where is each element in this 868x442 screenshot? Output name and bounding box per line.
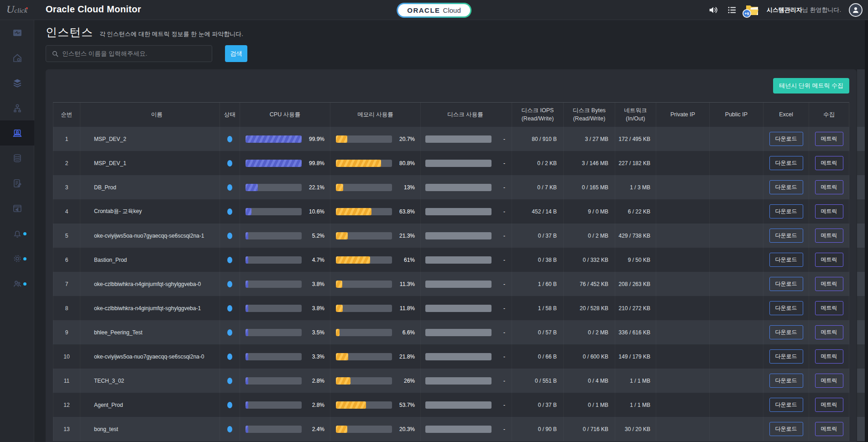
cell-disk-iops: 0 / 2 KB [512,151,564,175]
sidebar-item-database[interactable] [0,146,34,171]
cell-collect: 메트릭 [809,272,849,296]
disk-value: - [496,281,505,287]
cell-cpu: 10.6% [240,199,330,224]
cell-private-ip [656,320,710,344]
cpu-bar-fill [246,256,248,264]
mem-bar-track [336,184,392,191]
metric-button[interactable]: 메트릭 [815,253,843,267]
search-input[interactable] [46,46,212,62]
mem-bar-track [336,256,392,264]
avatar[interactable] [849,3,863,17]
page-subtitle: 각 인스턴스에 대한 메트릭 정보를 한 눈에 파악합니다. [99,30,243,38]
download-button[interactable]: 다운로드 [769,253,803,267]
status-dot [227,305,232,312]
cell-mem: 13% [330,175,421,199]
cpu-bar-track [246,135,302,143]
download-button[interactable]: 다운로드 [769,132,803,146]
metric-button[interactable]: 메트릭 [815,132,843,146]
cpu-bar-track [246,353,302,360]
download-button[interactable]: 다운로드 [769,349,803,364]
sidebar-item-users[interactable] [0,271,34,296]
tenancy-collect-button[interactable]: 테넌시 단위 메트릭 수집 [773,78,849,94]
metric-button[interactable]: 메트릭 [815,374,843,388]
table-scrollbar[interactable] [857,69,865,442]
sidebar-item-report[interactable] [0,171,34,196]
cell-network: 172 / 495 KB [615,127,656,151]
welcome-suffix: 님 환영합니다. [802,6,841,13]
cell-excel: 다운로드 [763,296,809,320]
cpu-bar-track [246,184,302,191]
cell-public-ip [710,344,763,369]
cell-mem: 61% [330,248,421,272]
download-button[interactable]: 다운로드 [769,398,803,412]
cell-disk-iops: 0 / 90 B [512,417,564,441]
cell-private-ip [656,151,710,175]
cell-name: bong_test [80,417,220,441]
cell-network: 1 / 3 MB [615,175,656,199]
cell-no: 4 [53,199,80,224]
download-button[interactable]: 다운로드 [769,325,803,339]
metric-button[interactable]: 메트릭 [815,156,843,170]
sidebar-item-activity[interactable] [0,20,34,45]
disk-bar-track [425,160,492,167]
mem-percent: 26% [396,378,415,384]
mem-bar-fill [336,208,371,215]
col-disk-bytes: 디스크 Bytes(Read/Write) [564,103,615,127]
sidebar-item-notifications[interactable] [0,221,34,246]
metric-button[interactable]: 메트릭 [815,301,843,315]
cell-status [220,393,240,417]
download-button[interactable]: 다운로드 [769,229,803,243]
search-button[interactable]: 검색 [225,45,247,62]
metric-button[interactable]: 메트릭 [815,180,843,194]
metric-button[interactable]: 메트릭 [815,277,843,291]
folder-icon[interactable]: +9 [745,4,759,16]
mem-bar-fill [336,135,347,143]
cell-collect: 메트릭 [809,320,849,344]
col-excel: Excel [763,103,809,127]
mem-bar-fill [336,160,381,167]
table-row: 13 bong_test 2.4% 20.3% - 0 / 90 B 0 / 7… [53,417,849,441]
sidebar-item-home[interactable] [0,45,34,70]
mem-bar-track [336,377,392,385]
instances-table: 순번 이름 상태 CPU 사용률 메모리 사용률 디스크 사용률 디스크 IOP… [53,102,849,441]
metric-button[interactable]: 메트릭 [815,204,843,218]
sidebar-item-settings[interactable] [0,246,34,271]
cell-network: 6 / 22 KB [615,199,656,224]
mem-bar-fill [336,184,343,191]
layers-icon [12,78,23,88]
sidebar-item-layers[interactable] [0,70,34,95]
sidebar-item-announcement[interactable] [0,196,34,221]
cell-mem: 21.8% [330,344,421,369]
cpu-bar-fill [246,377,248,385]
cell-name: oke-cviyijws5oa-nuo7gyaecqq-se6scsqi2na-… [80,344,220,369]
metric-button[interactable]: 메트릭 [815,398,843,412]
sidebar-item-instances[interactable] [0,120,34,146]
disk-bar-track [425,377,492,385]
download-button[interactable]: 다운로드 [769,204,803,218]
cell-disk: - [421,393,512,417]
metric-button[interactable]: 메트릭 [815,349,843,364]
download-button[interactable]: 다운로드 [769,156,803,170]
list-icon[interactable] [727,5,737,16]
cell-public-ip [710,151,763,175]
mem-bar-track [336,281,392,288]
volume-icon[interactable] [708,5,719,16]
metric-button[interactable]: 메트릭 [815,325,843,339]
cpu-percent: 22.1% [305,184,324,191]
metric-button[interactable]: 메트릭 [815,422,843,436]
app-title: Oracle Cloud Monitor [46,4,141,15]
download-button[interactable]: 다운로드 [769,301,803,315]
cell-collect: 메트릭 [809,224,849,248]
mem-bar-fill [336,305,343,312]
cell-no: 8 [53,296,80,320]
download-button[interactable]: 다운로드 [769,180,803,194]
disk-bar-track [425,305,492,312]
sidebar-item-topology[interactable] [0,95,34,120]
download-button[interactable]: 다운로드 [769,277,803,291]
download-button[interactable]: 다운로드 [769,374,803,388]
download-button[interactable]: 다운로드 [769,422,803,436]
table-row: 8 oke-czlbbiwhkra-n4ginjumfqt-sghylggveb… [53,296,849,320]
cell-no: 10 [53,344,80,369]
metric-button[interactable]: 메트릭 [815,229,843,243]
cell-disk: - [421,344,512,369]
